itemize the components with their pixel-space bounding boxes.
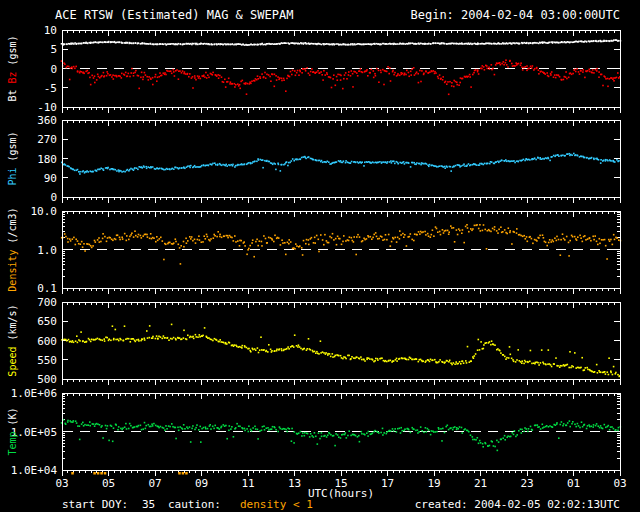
- caution-value: density < 1: [240, 498, 313, 511]
- panel-phi: 360270180900Phi (gsm): [7, 114, 621, 204]
- ytick-label: 180: [37, 153, 57, 166]
- panel-temp: 1.0E+061.0E+051.0E+04Temp (K): [7, 387, 621, 477]
- ytick-label: 0.1: [37, 282, 57, 295]
- ylabel-temp: Temp (K): [7, 407, 18, 455]
- caution-dot: [185, 472, 188, 475]
- caution-dot: [71, 472, 74, 475]
- caution-dot: [97, 472, 100, 475]
- ytick-label: 5: [50, 43, 57, 56]
- panel-density: 10.01.00.1Density (/cm3): [7, 205, 621, 295]
- panel-bt-bz: 1050-5-10Bt Bz (gsm): [7, 24, 621, 114]
- caution-label: caution:: [168, 498, 221, 511]
- caution-dot: [100, 472, 103, 475]
- ytick-label: 1.0E+06: [11, 387, 57, 400]
- ylabel-phi: Phi (gsm): [7, 131, 18, 185]
- created-timestamp: created: 2004-02-05 02:02:13UTC: [415, 498, 620, 511]
- series-phi: [61, 153, 621, 175]
- ylabel-speed: Speed (km/s): [7, 304, 18, 376]
- series-density: [61, 224, 621, 265]
- series-temp: [61, 419, 621, 451]
- caution-dot: [93, 472, 96, 475]
- caution-dot: [104, 472, 107, 475]
- panel-speed: 700650600550500Speed (km/s): [7, 296, 621, 386]
- begin-timestamp: Begin: 2004-02-04 03:00:00UTC: [410, 8, 620, 22]
- ytick-label: 10.0: [31, 205, 58, 218]
- ytick-label: 550: [37, 354, 57, 367]
- ytick-label: -5: [44, 82, 57, 95]
- start-doy-label: start DOY:: [62, 498, 128, 511]
- status-bar: start DOY: 35 caution: density < 1 creat…: [0, 498, 640, 512]
- start-doy-value: 35: [142, 498, 155, 511]
- series-bt: [61, 39, 621, 46]
- ytick-label: 360: [37, 114, 57, 127]
- ytick-label: 10: [44, 24, 57, 37]
- ytick-label: 90: [44, 172, 57, 185]
- series-bz: [61, 59, 621, 95]
- ytick-label: 1.0: [37, 244, 57, 257]
- caution-markers: [71, 472, 187, 475]
- series-speed: [61, 324, 621, 378]
- ytick-label: 500: [37, 373, 57, 386]
- ytick-label: 0: [50, 63, 57, 76]
- ylabel-density: Density (/cm3): [7, 207, 18, 291]
- ytick-label: 0: [50, 191, 57, 204]
- ytick-label: 600: [37, 335, 57, 348]
- caution-dot: [182, 472, 185, 475]
- ace-rtsw-plot-window: 1050-5-10Bt Bz (gsm)360270180900Phi (gsm…: [0, 0, 640, 512]
- caution-dot: [178, 472, 181, 475]
- ylabel-bt-bz: Bt Bz (gsm): [7, 35, 18, 101]
- chart-canvas: 1050-5-10Bt Bz (gsm)360270180900Phi (gsm…: [0, 0, 640, 512]
- ytick-label: -10: [37, 101, 57, 114]
- ytick-label: 700: [37, 296, 57, 309]
- ytick-label: 1.0E+04: [11, 464, 58, 477]
- ytick-label: 270: [37, 133, 57, 146]
- plot-title: ACE RTSW (Estimated) MAG & SWEPAM: [55, 8, 293, 22]
- ytick-label: 650: [37, 315, 57, 328]
